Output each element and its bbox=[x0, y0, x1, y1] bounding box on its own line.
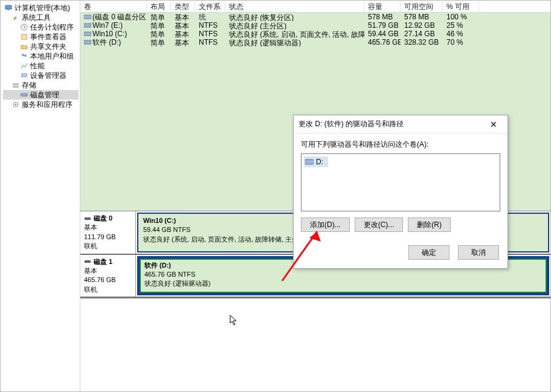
computer-icon bbox=[4, 4, 13, 12]
drive-path-text: D: bbox=[316, 158, 323, 166]
dialog-titlebar[interactable]: 更改 D: (软件) 的驱动器号和路径 ✕ bbox=[294, 115, 507, 133]
svg-point-11 bbox=[15, 104, 17, 106]
cell-pct: 25 % bbox=[443, 21, 479, 30]
svg-rect-12 bbox=[84, 15, 91, 19]
services-icon bbox=[11, 100, 20, 109]
disk-online: 联机 bbox=[84, 285, 132, 294]
clock-icon bbox=[20, 23, 28, 31]
tree-item-sharedfolders[interactable]: 共享文件夹 bbox=[3, 42, 79, 51]
tree-item-services[interactable]: 服务和应用程序 bbox=[3, 100, 79, 109]
disk-icon bbox=[84, 215, 91, 222]
cell-pct: 46 % bbox=[443, 30, 479, 38]
svg-rect-7 bbox=[13, 83, 19, 85]
cell-free: 578 MB bbox=[401, 13, 443, 21]
disk-size: 111.79 GB bbox=[84, 233, 132, 242]
svg-rect-16 bbox=[85, 217, 91, 220]
volume-icon bbox=[84, 31, 91, 37]
volume-row[interactable]: Win7 (E:)简单基本NTFS状态良好 (主分区)51.79 GB12.92… bbox=[80, 21, 550, 30]
close-icon[interactable]: ✕ bbox=[485, 120, 503, 129]
perf-icon bbox=[20, 62, 28, 70]
sidebar: 计算机管理(本地) 系统工具 任务计划程序 事件查看器 共享文件夹 本地用户和组 bbox=[1, 1, 80, 391]
tree-item-eventviewer[interactable]: 事件查看器 bbox=[3, 32, 79, 42]
dialog-body: 可用下列驱动器号和路径访问这个卷(A): D: 添加(D)... 更改(C)..… bbox=[294, 133, 507, 239]
tree: 计算机管理(本地) 系统工具 任务计划程序 事件查看器 共享文件夹 本地用户和组 bbox=[1, 2, 80, 111]
tree-item-systools[interactable]: 系统工具 bbox=[3, 13, 79, 22]
cell-cap: 59.44 GB bbox=[364, 30, 401, 38]
svg-rect-1 bbox=[7, 10, 10, 10]
volume-row[interactable]: 软件 (D:)简单基本NTFS状态良好 (逻辑驱动器)465.76 GB328.… bbox=[80, 38, 550, 47]
cell-name: (磁盘 0 磁盘分区 2) bbox=[92, 13, 147, 21]
tree-label: 本地用户和组 bbox=[30, 51, 74, 62]
tree-label: 性能 bbox=[30, 61, 45, 71]
cell-name: Win7 (E:) bbox=[92, 21, 123, 30]
drive-path-item[interactable]: D: bbox=[304, 156, 328, 167]
tree-label: 设备管理器 bbox=[30, 71, 66, 81]
cell-pct: 100 % bbox=[443, 13, 479, 21]
svg-point-5 bbox=[24, 54, 27, 57]
drive-path-list[interactable]: D: bbox=[301, 153, 500, 211]
vol-size: 465.76 GB NTFS bbox=[144, 270, 542, 279]
disk-icon bbox=[84, 258, 91, 265]
cell-free: 27.14 GB bbox=[401, 30, 443, 38]
add-button[interactable]: 添加(D)... bbox=[301, 217, 350, 232]
disk-size: 465.76 GB bbox=[84, 275, 132, 284]
cell-layout: 简单 bbox=[147, 30, 171, 38]
disk-1-label[interactable]: 磁盘 1 基本 465.76 GB 联机 bbox=[80, 255, 136, 297]
volume-row[interactable]: (磁盘 0 磁盘分区 2)简单基本状态良好 (恢复分区)578 MB578 MB… bbox=[80, 13, 550, 21]
cell-free: 328.32 GB bbox=[401, 38, 443, 47]
cell-cap: 51.79 GB bbox=[364, 21, 401, 30]
lower-pane bbox=[80, 298, 550, 377]
tree-item-performance[interactable]: 性能 bbox=[3, 61, 79, 71]
change-button[interactable]: 更改(C)... bbox=[355, 217, 404, 232]
volume-row[interactable]: Win10 (C:)简单基本NTFS状态良好 (系统, 启动, 页面文件, 活动… bbox=[80, 30, 550, 38]
tree-item-diskmgmt[interactable]: 磁盘管理 bbox=[3, 90, 79, 100]
tree-label: 存储 bbox=[22, 80, 36, 91]
disk-kind: 基本 bbox=[84, 266, 132, 275]
tree-item-localusers[interactable]: 本地用户和组 bbox=[3, 51, 79, 61]
cell-status: 状态良好 (系统, 启动, 页面文件, 活动, 故障转储, 主分区) bbox=[225, 30, 364, 38]
cell-fs: NTFS bbox=[195, 38, 225, 47]
volume-list-header[interactable]: 卷 布局 类型 文件系统 状态 容量 可用空间 % 可用 bbox=[80, 1, 550, 13]
tree-root-node[interactable]: 计算机管理(本地) bbox=[3, 3, 79, 13]
dialog-list-label: 可用下列驱动器号和路径访问这个卷(A): bbox=[301, 140, 500, 150]
svg-rect-9 bbox=[21, 94, 27, 96]
tree-label: 事件查看器 bbox=[30, 32, 66, 42]
cell-layout: 简单 bbox=[147, 13, 171, 21]
remove-button[interactable]: 删除(R) bbox=[408, 217, 451, 232]
svg-rect-18 bbox=[305, 159, 314, 164]
cell-name: 软件 (D:) bbox=[92, 38, 121, 47]
cancel-button[interactable]: 取消 bbox=[458, 245, 499, 260]
wrench-icon bbox=[11, 13, 20, 22]
tree-label: 磁盘管理 bbox=[30, 90, 59, 100]
tree-label: 任务计划程序 bbox=[30, 22, 74, 33]
disk-kind: 基本 bbox=[84, 223, 132, 232]
disk-title: 磁盘 1 bbox=[94, 257, 112, 266]
cell-layout: 简单 bbox=[147, 21, 171, 30]
svg-rect-0 bbox=[5, 5, 11, 9]
cell-status: 状态良好 (逻辑驱动器) bbox=[225, 38, 364, 47]
cell-cap: 465.76 GB bbox=[364, 38, 401, 47]
cell-name: Win10 (C:) bbox=[92, 30, 127, 38]
volume-list-body[interactable]: (磁盘 0 磁盘分区 2)简单基本状态良好 (恢复分区)578 MB578 MB… bbox=[80, 13, 550, 47]
tree-item-taskscheduler[interactable]: 任务计划程序 bbox=[3, 22, 79, 32]
disk-0-label[interactable]: 磁盘 0 基本 111.79 GB 联机 bbox=[80, 211, 136, 254]
cell-type: 基本 bbox=[171, 13, 195, 21]
cell-status: 状态良好 (恢复分区) bbox=[225, 13, 364, 21]
cell-cap: 578 MB bbox=[364, 13, 401, 21]
cell-fs: NTFS bbox=[195, 21, 225, 30]
cell-pct: 70 % bbox=[443, 38, 479, 47]
cell-status: 状态良好 (主分区) bbox=[225, 21, 364, 30]
svg-rect-8 bbox=[13, 86, 19, 88]
drive-icon bbox=[305, 158, 314, 165]
svg-rect-6 bbox=[22, 74, 27, 77]
volume-icon bbox=[84, 22, 91, 28]
tree-label: 服务和应用程序 bbox=[22, 100, 72, 110]
vol-name: 软件 (D:) bbox=[144, 262, 171, 269]
cell-type: 基本 bbox=[171, 38, 195, 47]
event-icon bbox=[20, 33, 28, 41]
ok-button[interactable]: 确定 bbox=[408, 245, 450, 260]
volume-icon bbox=[84, 39, 91, 45]
volume-icon bbox=[84, 14, 91, 20]
tree-item-storage[interactable]: 存储 bbox=[3, 80, 79, 90]
tree-item-devicemgr[interactable]: 设备管理器 bbox=[3, 71, 79, 80]
